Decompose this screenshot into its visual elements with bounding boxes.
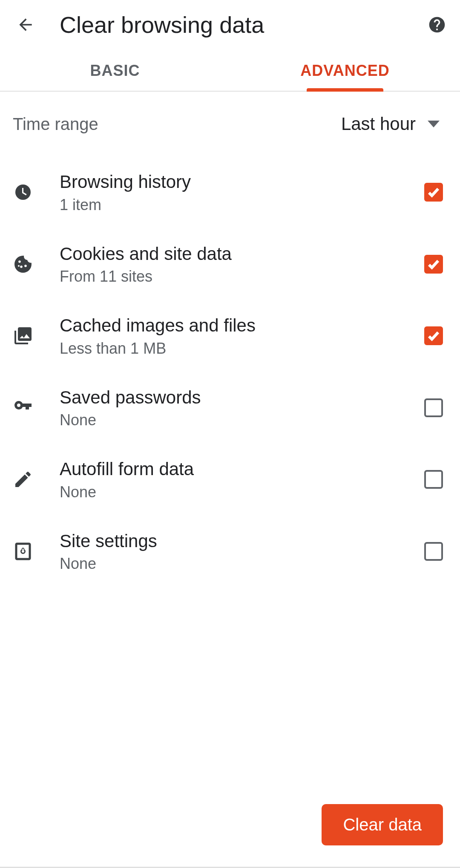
back-button[interactable] bbox=[13, 12, 38, 37]
row-subtitle: From 11 sites bbox=[60, 268, 424, 285]
svg-point-3 bbox=[24, 265, 27, 267]
row-site-settings[interactable]: Site settings None bbox=[0, 516, 460, 588]
check-icon bbox=[427, 257, 440, 271]
row-subtitle: None bbox=[60, 555, 424, 573]
help-button[interactable] bbox=[427, 14, 447, 35]
chevron-down-icon bbox=[428, 121, 440, 127]
footer-bar: Clear data bbox=[0, 791, 460, 868]
tab-advanced[interactable]: ADVANCED bbox=[230, 49, 460, 91]
history-icon bbox=[13, 182, 47, 202]
row-text: Cached images and files Less than 1 MB bbox=[47, 314, 424, 358]
checkbox-site-settings[interactable] bbox=[424, 542, 443, 561]
row-text: Browsing history 1 item bbox=[47, 171, 424, 214]
row-cookies[interactable]: Cookies and site data From 11 sites bbox=[0, 228, 460, 300]
row-title: Cookies and site data bbox=[60, 243, 424, 265]
check-icon bbox=[427, 185, 440, 199]
arrow-left-icon bbox=[16, 15, 35, 34]
time-range-label: Time range bbox=[13, 115, 98, 134]
row-text: Saved passwords None bbox=[47, 386, 424, 430]
svg-point-4 bbox=[18, 265, 20, 267]
header-bar: Clear browsing data bbox=[0, 0, 460, 49]
svg-rect-5 bbox=[16, 544, 30, 559]
svg-point-1 bbox=[18, 260, 21, 263]
row-subtitle: Less than 1 MB bbox=[60, 340, 424, 358]
row-autofill[interactable]: Autofill form data None bbox=[0, 444, 460, 516]
checkbox-cookies[interactable] bbox=[424, 255, 443, 274]
check-icon bbox=[427, 329, 440, 343]
row-browsing-history[interactable]: Browsing history 1 item bbox=[0, 156, 460, 228]
row-subtitle: None bbox=[60, 411, 424, 429]
time-range-value: Last hour bbox=[341, 114, 416, 134]
row-title: Cached images and files bbox=[60, 314, 424, 337]
row-text: Cookies and site data From 11 sites bbox=[47, 243, 424, 286]
clear-data-button[interactable]: Clear data bbox=[322, 804, 443, 845]
site-settings-icon bbox=[13, 541, 47, 562]
row-subtitle: 1 item bbox=[60, 196, 424, 214]
row-title: Saved passwords bbox=[60, 386, 424, 409]
clear-browsing-data-screen: Clear browsing data BASIC ADVANCED Time … bbox=[0, 0, 460, 868]
checkbox-autofill[interactable] bbox=[424, 470, 443, 489]
checkbox-cached-images[interactable] bbox=[424, 326, 443, 345]
tab-basic[interactable]: BASIC bbox=[0, 49, 230, 91]
checkbox-browsing-history[interactable] bbox=[424, 183, 443, 202]
row-title: Autofill form data bbox=[60, 458, 424, 481]
help-icon bbox=[428, 15, 446, 34]
key-icon bbox=[13, 398, 47, 418]
options-list: Browsing history 1 item Cookies and site… bbox=[0, 156, 460, 791]
svg-point-2 bbox=[20, 265, 23, 268]
row-title: Site settings bbox=[60, 530, 424, 553]
page-title: Clear browsing data bbox=[60, 12, 427, 38]
row-title: Browsing history bbox=[60, 171, 424, 193]
row-subtitle: None bbox=[60, 483, 424, 501]
checkbox-saved-passwords[interactable] bbox=[424, 398, 443, 417]
time-range-select[interactable]: Last hour bbox=[341, 114, 440, 134]
image-files-icon bbox=[13, 326, 47, 346]
pencil-icon bbox=[13, 469, 47, 490]
row-cached-images[interactable]: Cached images and files Less than 1 MB bbox=[0, 300, 460, 372]
row-text: Autofill form data None bbox=[47, 458, 424, 501]
cookie-icon bbox=[13, 254, 47, 274]
tab-bar: BASIC ADVANCED bbox=[0, 49, 460, 92]
row-saved-passwords[interactable]: Saved passwords None bbox=[0, 372, 460, 444]
row-text: Site settings None bbox=[47, 530, 424, 573]
time-range-row: Time range Last hour bbox=[0, 92, 460, 156]
